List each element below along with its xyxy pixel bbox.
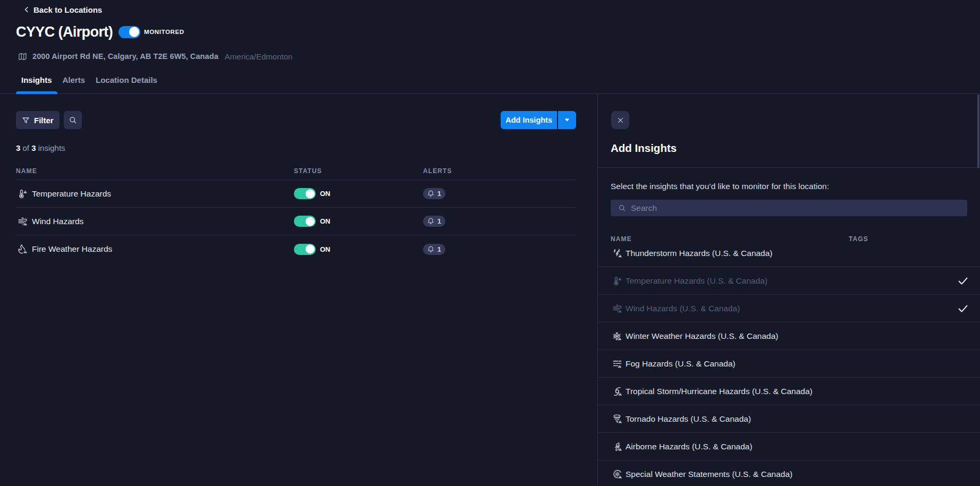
alerts-count: 1	[437, 245, 442, 253]
status-label: ON	[320, 245, 331, 253]
page-header: Back to Locations CYYC (Airport) MONITOR…	[0, 4, 980, 94]
drawer-list-item[interactable]: Fog Hazards (U.S. & Canada)	[598, 350, 980, 378]
toggle-knob	[306, 245, 315, 254]
fire-weather-hazards-icon	[18, 244, 28, 254]
add-insights-split-button: Add Insights	[501, 111, 576, 129]
column-header-name: NAME	[611, 235, 849, 242]
tab-label: Location Details	[96, 75, 157, 84]
main-content: Filter Add Insights 3 of 3 insights NAME	[0, 94, 980, 486]
drawer-list-item[interactable]: Tornado Hazards (U.S. & Canada)	[598, 405, 980, 433]
close-icon	[616, 116, 624, 124]
insight-name: Wind Hazards	[32, 217, 83, 226]
check-icon	[957, 275, 969, 287]
drawer-list-item[interactable]: Thunderstorm Hazards (U.S. & Canada)	[598, 240, 980, 267]
insights-toolbar: Filter Add Insights	[16, 111, 576, 129]
insights-panel: Filter Add Insights 3 of 3 insights NAME	[0, 94, 597, 486]
monitored-label: MONITORED	[144, 29, 184, 35]
map-icon	[18, 52, 27, 61]
status-label: ON	[320, 217, 331, 225]
toggle-knob	[129, 27, 139, 37]
filter-icon	[22, 116, 30, 124]
check-icon	[957, 303, 969, 314]
insights-count-current: 3	[16, 143, 20, 152]
airborne-hazards-icon	[612, 441, 623, 452]
location-address: 2000 Airport Rd NE, Calgary, AB T2E 6W5,…	[32, 52, 218, 61]
insights-count-suffix: insights	[38, 143, 65, 152]
insights-count-of: of	[23, 143, 30, 152]
drawer-list-item[interactable]: Temperature Hazards (U.S. & Canada)	[598, 267, 980, 295]
drawer-item-label: Temperature Hazards (U.S. & Canada)	[626, 276, 767, 286]
page-title: CYYC (Airport)	[16, 24, 113, 40]
drawer-insights-list: Thunderstorm Hazards (U.S. & Canada)Temp…	[598, 240, 980, 486]
fog-hazards-icon	[612, 359, 623, 369]
filter-button-label: Filter	[34, 116, 54, 125]
add-insights-drawer: Add Insights Select the insights that yo…	[597, 94, 980, 486]
tab-insights[interactable]: Insights	[16, 75, 57, 94]
drawer-item-label: Special Weather Statements (U.S. & Canad…	[626, 470, 792, 479]
drawer-title: Add Insights	[611, 142, 967, 155]
filter-button[interactable]: Filter	[16, 111, 60, 129]
add-insights-button-label: Add Insights	[505, 116, 552, 124]
status-toggle[interactable]	[294, 188, 316, 199]
drawer-list-item[interactable]: Wind Hazards (U.S. & Canada)	[598, 295, 980, 322]
alerts-badge[interactable]: 1	[423, 188, 445, 199]
column-header-tags: TAGS	[849, 235, 868, 242]
winter-weather-hazards-icon	[612, 331, 623, 342]
tab-label: Insights	[21, 75, 52, 84]
alerts-badge[interactable]: 1	[423, 244, 445, 255]
tropical-storm-hurricane-hazards-icon	[612, 386, 623, 397]
drawer-item-label: Airborne Hazards (U.S. & Canada)	[626, 442, 753, 451]
toggle-knob	[306, 217, 315, 226]
add-insights-button[interactable]: Add Insights	[501, 111, 557, 129]
back-to-locations-label: Back to Locations	[33, 5, 102, 14]
caret-down-icon	[564, 117, 570, 123]
alerts-count: 1	[437, 190, 442, 198]
table-row-temperature-hazards: Temperature Hazards ON 1	[16, 180, 576, 208]
tornado-hazards-icon	[612, 414, 623, 424]
drawer-search-box	[611, 200, 967, 216]
insights-table: NAME STATUS ALERTS Temperature Hazards O…	[16, 162, 576, 263]
tab-alerts[interactable]: Alerts	[57, 75, 91, 94]
add-insights-dropdown-button[interactable]	[558, 111, 576, 129]
drawer-list-item[interactable]: Special Weather Statements (U.S. & Canad…	[598, 461, 980, 486]
location-timezone: America/Edmonton	[225, 52, 293, 61]
bell-icon	[427, 245, 435, 253]
temperature-hazards-icon	[612, 276, 623, 286]
drawer-list-item[interactable]: Tropical Storm/Hurricane Hazards (U.S. &…	[598, 378, 980, 405]
drawer-scrollbar-thumb[interactable]	[977, 95, 979, 168]
drawer-list-item[interactable]: Winter Weather Hazards (U.S. & Canada)	[598, 322, 980, 350]
alerts-badge[interactable]: 1	[423, 216, 445, 227]
status-toggle[interactable]	[294, 216, 316, 227]
column-header-name: NAME	[16, 167, 294, 175]
insight-name: Fire Weather Hazards	[32, 244, 112, 254]
drawer-item-label: Tropical Storm/Hurricane Hazards (U.S. &…	[626, 387, 813, 396]
wind-hazards-icon	[18, 216, 28, 227]
monitored-toggle[interactable]	[119, 26, 140, 38]
thunderstorm-hazards-icon	[612, 248, 623, 259]
tab-label: Alerts	[63, 75, 86, 84]
address-row: 2000 Airport Rd NE, Calgary, AB T2E 6W5,…	[16, 51, 980, 62]
status-toggle[interactable]	[294, 244, 316, 255]
tab-bar: Insights Alerts Location Details	[16, 70, 980, 94]
search-button[interactable]	[64, 111, 82, 129]
search-icon	[69, 116, 77, 124]
special-weather-statements-icon	[612, 469, 623, 480]
drawer-item-label: Fog Hazards (U.S. & Canada)	[626, 359, 736, 369]
chevron-left-icon	[23, 6, 30, 13]
drawer-item-label: Wind Hazards (U.S. & Canada)	[626, 304, 740, 313]
title-row: CYYC (Airport) MONITORED	[16, 22, 980, 42]
drawer-item-label: Tornado Hazards (U.S. & Canada)	[626, 414, 751, 424]
close-drawer-button[interactable]	[611, 111, 629, 129]
back-to-locations-link[interactable]: Back to Locations	[23, 4, 102, 15]
temperature-hazards-icon	[18, 189, 28, 199]
bell-icon	[427, 190, 435, 198]
toggle-knob	[306, 189, 315, 198]
alerts-count: 1	[437, 217, 442, 225]
drawer-item-label: Thunderstorm Hazards (U.S. & Canada)	[626, 249, 773, 258]
drawer-list-item[interactable]: Airborne Hazards (U.S. & Canada)	[598, 433, 980, 461]
drawer-prompt: Select the insights that you’d like to m…	[611, 182, 967, 191]
insight-name: Temperature Hazards	[32, 189, 111, 199]
drawer-search-input[interactable]	[631, 203, 961, 213]
tab-location-details[interactable]: Location Details	[90, 75, 163, 94]
wind-hazards-icon	[612, 303, 623, 314]
